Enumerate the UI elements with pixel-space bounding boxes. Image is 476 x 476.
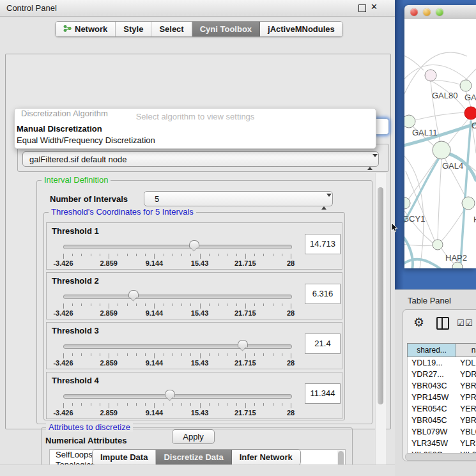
column-header-name[interactable]: na [456, 344, 476, 357]
float-window-icon[interactable] [358, 4, 366, 12]
network-window-titlebar[interactable] [404, 5, 476, 20]
minimize-traffic-light-icon[interactable] [423, 8, 431, 16]
tab-select[interactable]: Select [151, 22, 192, 36]
tick-mark [273, 403, 273, 406]
table-row[interactable]: YDR27...YDR2 [408, 369, 476, 380]
table-row[interactable]: YBR043CYBR0 [408, 380, 476, 392]
table-cell[interactable]: YDR2 [456, 369, 476, 380]
threshold-2-value-field[interactable]: 6.316 [305, 284, 341, 304]
scale-label: 2.859 [100, 409, 118, 417]
close-traffic-light-icon[interactable] [410, 8, 418, 16]
table-cell[interactable]: YLR345W [408, 438, 456, 449]
h-node-label: H [473, 215, 476, 224]
network-window[interactable]: GAL80GACGAL11GAL4GCY1HHAP2 [404, 5, 476, 268]
tick-mark [263, 303, 264, 306]
threshold-4-value-field[interactable]: 11.344 [305, 383, 341, 404]
table-cell[interactable]: YBR0 [456, 415, 476, 426]
checkbox-icon[interactable]: ☑ [465, 318, 473, 328]
columns-icon[interactable] [436, 317, 449, 330]
tab-cyni-toolbox[interactable]: Cyni Toolbox [192, 22, 260, 36]
algorithm-option-manual-discretization[interactable]: Manual Discretization [17, 124, 102, 134]
checkbox-icon[interactable]: ☑ [457, 318, 464, 328]
table-row[interactable]: YPR145WYPR1 [408, 392, 476, 403]
table-horizontal-scrollbar[interactable] [405, 453, 476, 461]
table-row[interactable]: YBL079WYBL0 [408, 426, 476, 438]
gal80-node[interactable] [425, 70, 436, 81]
tick-mark [273, 254, 273, 256]
slider-thumb[interactable] [238, 340, 248, 348]
network-icon [63, 24, 72, 35]
table-panel-region: Table Panel ⚙ ☑ ☑ shared... na YDL19...Y… [395, 289, 476, 476]
hap2-node[interactable] [433, 240, 443, 250]
slider-thumb[interactable] [165, 390, 175, 397]
gear-icon[interactable]: ⚙ [413, 315, 424, 330]
number-of-intervals-spinner[interactable]: 5 [144, 191, 333, 206]
tick-mark [100, 353, 100, 356]
network-canvas[interactable]: GAL80GACGAL11GAL4GCY1HHAP2 [404, 19, 476, 268]
table-cell[interactable]: YPR145W [408, 392, 456, 403]
content-vertical-scrollbar[interactable] [375, 173, 386, 476]
tick-mark [154, 254, 155, 259]
h-node[interactable] [462, 197, 475, 210]
table-cell[interactable]: YBR045C [408, 415, 456, 426]
red-node[interactable] [464, 107, 476, 119]
table-cell[interactable]: YER054C [408, 403, 456, 415]
tick-mark [127, 254, 128, 256]
top-tab-strip: NetworkStyleSelectCyni ToolboxjActiveMNo… [55, 21, 343, 37]
column-header-shared[interactable]: shared... [408, 344, 456, 357]
table-cell[interactable]: YDL1 [456, 357, 476, 369]
threshold-1-slider[interactable]: -3.4262.8599.14415.4321.71528 [63, 241, 291, 268]
network-edge [406, 171, 434, 240]
table-cell[interactable]: YBR0 [456, 380, 476, 392]
threshold-3-value-field[interactable]: 21.4 [305, 334, 341, 354]
gcy1-node[interactable] [404, 197, 410, 209]
tick-mark [63, 303, 64, 309]
table-cell[interactable]: YDR27... [408, 369, 456, 380]
slider-thumb[interactable] [189, 240, 199, 248]
table-row[interactable]: YBR045CYBR0 [408, 415, 476, 426]
tick-mark [118, 303, 118, 306]
scrollbar-thumb[interactable] [378, 187, 383, 404]
table-row[interactable]: YER054CYER0 [408, 403, 476, 415]
table-cell[interactable]: YBL079W [408, 426, 456, 438]
table-data-combobox[interactable]: galFiltered.sif default node [22, 151, 379, 167]
table-cell[interactable]: YPR1 [456, 392, 476, 403]
table-row[interactable]: YDL19...YDL1 [408, 357, 476, 369]
threshold-3-row: Threshold 3 -3.4262.8599.14415.4321.7152… [46, 322, 342, 369]
table-cell[interactable]: YDL19... [408, 357, 456, 369]
threshold-4-slider[interactable]: -3.4262.8599.14415.4321.71528 [63, 390, 291, 417]
table-cell[interactable]: YER0 [456, 403, 476, 415]
slider-thumb[interactable] [128, 290, 139, 298]
slider-track[interactable] [63, 245, 292, 249]
threshold-2-slider[interactable]: -3.4262.8599.14415.4321.71528 [63, 291, 291, 318]
table-row[interactable]: YLR345WYLR3 [408, 438, 476, 449]
slider-track[interactable] [63, 394, 292, 399]
zoom-traffic-light-icon[interactable] [436, 8, 443, 16]
tab-infer-network[interactable]: Infer Network [232, 450, 300, 464]
gal11-node[interactable] [404, 115, 415, 128]
table-cell[interactable]: YBL0 [456, 426, 476, 438]
close-icon[interactable]: ✕ [371, 2, 378, 12]
table-cell[interactable]: YLR3 [456, 438, 476, 449]
scale-label: -3.426 [53, 309, 73, 317]
tick-mark [81, 254, 82, 256]
tab-style[interactable]: Style [116, 22, 151, 36]
gal4-node[interactable] [433, 141, 450, 159]
apply-button[interactable]: Apply [172, 429, 215, 444]
table-rows: YDL19...YDL1YDR27...YDR2YBR043CYBR0YPR14… [407, 357, 476, 461]
top-right-node[interactable] [460, 80, 472, 91]
slider-track[interactable] [63, 295, 292, 299]
table-cell[interactable]: YBR043C [408, 380, 456, 392]
number-of-intervals-value: 5 [155, 194, 159, 204]
algorithm-option-equal-width-frequency[interactable]: Equal Width/Frequency Discretization [17, 135, 155, 145]
tab-discretize-data[interactable]: Discretize Data [156, 450, 231, 464]
tab-network[interactable]: Network [56, 22, 116, 36]
threshold-3-slider[interactable]: -3.4262.8599.14415.4321.71528 [63, 341, 291, 367]
threshold-1-value-field[interactable]: 14.713 [305, 234, 341, 254]
slider-track[interactable] [63, 344, 292, 349]
tick-mark [227, 303, 227, 306]
tab-jactivemnodules[interactable]: jActiveMNodules [260, 22, 342, 36]
scale-label: 21.715 [234, 409, 256, 417]
tick-mark [100, 303, 100, 306]
tab-impute-data[interactable]: Impute Data [93, 450, 156, 464]
